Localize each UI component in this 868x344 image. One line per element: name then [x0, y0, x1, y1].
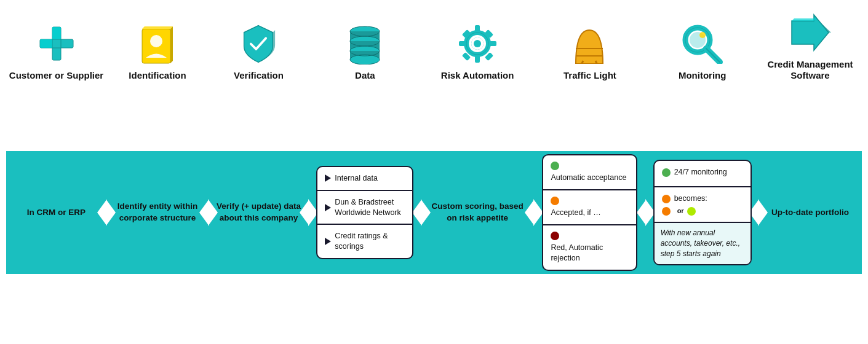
flow-col-1: In CRM or ERP [6, 151, 106, 274]
column-traffic: Traffic Light [534, 22, 647, 81]
arrow-data-2 [325, 204, 331, 211]
traffic-dot-1 [551, 162, 629, 170]
flow-text-5: Custom scoring, based on risk appetite [421, 201, 534, 224]
yellow-green-dot-m [687, 207, 696, 216]
data-item-1: Internal data [335, 173, 378, 184]
flow-col-2: Identify entity within corporate structu… [106, 151, 209, 274]
monitoring-or: or [677, 206, 684, 216]
flow-col-5: Custom scoring, based on risk appetite [421, 151, 534, 274]
data-item-2: Dun & Bradstreet Worldwide Network [335, 197, 405, 218]
col-title-customer: Customer or Supplier [9, 70, 103, 81]
col-title-verification: Verification [234, 70, 284, 81]
column-verification: Verification [209, 22, 309, 81]
flow-col-6: Automatic acceptance Accepted, if … [534, 151, 647, 274]
magnifier-icon [681, 22, 724, 65]
col-title-credit: Credit Management Software [759, 59, 862, 81]
svg-point-42 [699, 32, 706, 38]
flow-area: In CRM or ERP Identify entity within cor… [6, 87, 862, 338]
top-row: Customer or Supplier Identification [6, 11, 862, 81]
orange-dot-m [662, 195, 671, 203]
data-card: Internal data Dun & Bradstreet Worldwide… [316, 166, 413, 259]
flow-inner: In CRM or ERP Identify entity within cor… [6, 151, 862, 274]
col-title-monitoring: Monitoring [679, 70, 726, 81]
green-dot-m [662, 168, 671, 177]
arrow-data-3 [325, 238, 331, 245]
notch-5l [421, 199, 431, 226]
monitoring-italic-text: With new annual accounts, takeover, etc.… [661, 229, 740, 258]
column-risk: Risk Automation [421, 22, 534, 81]
flow-col-3: Verify (+ update) data about this compan… [209, 151, 309, 274]
svg-rect-5 [40, 39, 52, 48]
red-dot-1 [551, 232, 559, 240]
svg-point-31 [474, 40, 481, 47]
data-card-section-1: Internal data [317, 167, 412, 191]
flow-text-3: Verify (+ update) data about this compan… [209, 201, 309, 224]
data-item-3: Credit ratings & scorings [335, 231, 405, 252]
col-title-traffic: Traffic Light [563, 70, 616, 81]
column-data: Data [309, 22, 421, 81]
data-card-section-3: Credit ratings & scorings [317, 225, 412, 258]
green-dot-1 [551, 162, 559, 170]
svg-point-8 [150, 35, 162, 47]
plus-icon [35, 22, 78, 65]
column-identification: Identification [106, 22, 209, 81]
traffic-text-2: Accepted, if … [551, 208, 600, 217]
flow-col-4: Internal data Dun & Bradstreet Worldwide… [309, 151, 421, 274]
column-customer: Customer or Supplier [6, 22, 106, 81]
traffic-section-3: Red, Automatic rejection [543, 225, 636, 270]
monitoring-text-2: becomes: [674, 194, 707, 204]
arrow-right-box-icon [789, 11, 832, 54]
monitoring-dot-1: 24/7 monitoring [662, 167, 743, 178]
traffic-card: Automatic acceptance Accepted, if … [542, 154, 637, 271]
traffic-dot-3 [551, 232, 629, 240]
monitoring-text-1: 24/7 monitoring [674, 167, 727, 178]
flow-col-7: 24/7 monitoring becomes: or [646, 151, 759, 274]
page-wrapper: Customer or Supplier Identification [0, 0, 868, 344]
column-monitoring: Monitoring [646, 22, 759, 81]
flow-text-8: Up-to-date portfolio [765, 207, 855, 219]
notch-2l [106, 199, 116, 226]
check-shield-icon [237, 22, 280, 65]
col-title-risk: Risk Automation [441, 70, 514, 81]
svg-marker-45 [792, 18, 816, 21]
traffic-text-3: Red, Automatic rejection [551, 243, 603, 262]
traffic-section-2: Accepted, if … [543, 190, 636, 225]
monitoring-section-1: 24/7 monitoring [655, 161, 751, 187]
database-icon [343, 22, 386, 65]
col-title-data: Data [355, 70, 375, 81]
traffic-section-1: Automatic acceptance [543, 155, 636, 190]
monitoring-card: 24/7 monitoring becomes: or [653, 160, 752, 265]
monitoring-dot-row-3: or [662, 206, 743, 216]
data-card-section-2: Dun & Bradstreet Worldwide Network [317, 191, 412, 225]
flow-text-2: Identify entity within corporate structu… [106, 201, 209, 224]
column-credit: Credit Management Software [759, 11, 862, 81]
traffic-light-icon [568, 22, 611, 65]
monitoring-dot-2: becomes: [662, 194, 743, 204]
arrow-data-1 [325, 174, 331, 182]
notch-6l [533, 199, 543, 226]
notch-8l [758, 199, 768, 226]
flow-text-1: In CRM or ERP [21, 207, 92, 219]
svg-rect-4 [52, 27, 61, 39]
monitoring-section-2: becomes: or [655, 187, 751, 223]
notch-3l [208, 199, 218, 226]
svg-line-40 [706, 49, 720, 62]
person-card-icon [136, 22, 179, 65]
traffic-text-1: Automatic acceptance [551, 173, 626, 182]
monitoring-section-3: With new annual accounts, takeover, etc.… [655, 223, 751, 264]
traffic-dot-2 [551, 197, 629, 205]
flow-col-8: Up-to-date portfolio [759, 151, 862, 274]
col-title-identification: Identification [129, 70, 186, 81]
orange-dot-1 [551, 197, 559, 205]
gear-icon [456, 22, 499, 65]
orange-dot-m2 [662, 207, 671, 216]
